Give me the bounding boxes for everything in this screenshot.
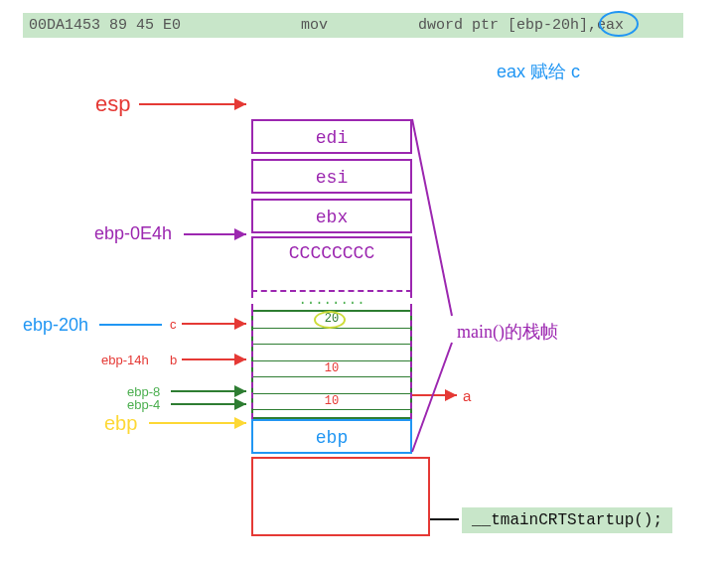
- svg-line-9: [412, 119, 452, 316]
- cell-ebp: ebp: [251, 419, 412, 454]
- label-startup: __tmainCRTStartup();: [462, 507, 672, 533]
- cell-ebx: ebx: [251, 199, 412, 233]
- cell-esi: esi: [251, 159, 412, 194]
- label-ebp: ebp: [104, 412, 137, 435]
- svg-line-10: [412, 343, 452, 452]
- cell-edi: edi: [251, 119, 412, 154]
- row-empty3: [253, 377, 410, 394]
- label-b: b: [170, 353, 177, 367]
- label-ebp-0e4h: ebp-0E4h: [94, 223, 172, 244]
- row-empty1: [253, 329, 410, 346]
- label-ebp-20h: ebp-20h: [23, 315, 88, 336]
- row-empty2: [253, 345, 410, 361]
- annotation-text: eax 赋给 c: [497, 60, 580, 83]
- asm-mnemonic: mov: [301, 13, 328, 38]
- label-c: c: [170, 317, 177, 332]
- row-10b: 10: [253, 394, 410, 411]
- cell-cc: CCCCCCCC: [251, 236, 412, 292]
- eax-circle: [599, 11, 639, 37]
- label-ebp-4: ebp-4: [127, 397, 160, 412]
- red-frame: [251, 457, 430, 536]
- asm-line: 00DA1453 89 45 E0 mov dword ptr [ebp-20h…: [23, 13, 683, 38]
- value-20-circle: [314, 311, 346, 329]
- label-main-frame: main()的栈帧: [457, 320, 558, 344]
- label-a: a: [463, 387, 471, 404]
- label-ebp-14h: ebp-14h: [101, 353, 149, 367]
- row-10a: 10: [253, 361, 410, 378]
- label-esp: esp: [95, 91, 130, 117]
- asm-address: 00DA1453 89 45 E0: [29, 13, 181, 38]
- asm-operands: dword ptr [ebp-20h],eax: [418, 13, 624, 38]
- cell-dots: ........: [251, 292, 412, 310]
